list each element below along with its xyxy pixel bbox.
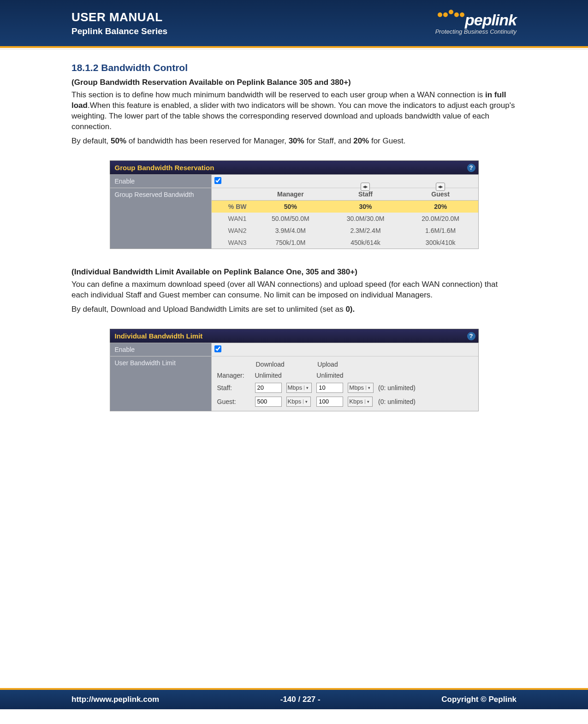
doc-footer: http://www.peplink.com -140 / 227 - Copy…: [0, 688, 588, 709]
p2f: 20%: [353, 136, 369, 145]
manager-label: Manager:: [215, 370, 252, 380]
p2g: for Guest.: [369, 136, 405, 145]
section-heading: 18.1.2 Bandwidth Control: [71, 62, 517, 73]
col-manager: Manager: [253, 188, 328, 201]
para1-a: This section is to define how much minim…: [71, 90, 485, 99]
ubl-label: User Bandwidth Limit: [110, 356, 212, 411]
chevron-down-icon: ▾: [366, 386, 372, 390]
guest-dl-unit: Kbps: [288, 398, 302, 405]
col-guest-label: Guest: [431, 190, 450, 198]
staff-label: Staff:: [215, 381, 252, 394]
para-3: You can define a maximum download speed …: [71, 279, 517, 301]
wan1-label: WAN1: [212, 213, 253, 225]
p2a: By default,: [71, 136, 111, 145]
enable-label: Enable: [110, 175, 212, 188]
col-staff-label: Staff: [358, 190, 373, 198]
doc-title: USER MANUAL: [71, 10, 167, 24]
chevron-down-icon: ▾: [303, 399, 309, 404]
wan3-staff: 450k/614k: [328, 237, 403, 249]
wan1-guest: 20.0M/20.0M: [403, 213, 478, 225]
wan2-staff: 2.3M/2.4M: [328, 225, 403, 237]
panel1-title: Group Bandwidth Reservation: [115, 164, 214, 172]
doc-header: USER MANUAL Peplink Balance Series pepli…: [0, 0, 588, 46]
unlim-note: (0: unlimited): [376, 395, 417, 408]
staff-row: Staff: Mbps▾ Mbps▾ (0: unlimited): [215, 381, 418, 394]
guest-ul-input[interactable]: [316, 397, 343, 407]
para-2: By default, 50% of bandwidth has been re…: [71, 136, 517, 147]
table-row: WAN2 3.9M/4.0M 2.3M/2.4M 1.6M/1.6M: [212, 225, 478, 237]
guest-dl-unit-select[interactable]: Kbps▾: [286, 397, 311, 407]
p2d: 30%: [289, 136, 304, 145]
chevron-down-icon: ▾: [365, 399, 371, 404]
limit-table: Download Upload Manager: Unlimited Unlim…: [214, 358, 419, 409]
group-bandwidth-panel: Group Bandwidth Reservation ? Enable Gro…: [110, 160, 479, 249]
pct-label: % BW: [212, 200, 253, 213]
group-note: (Group Bandwidth Reservation Available o…: [71, 78, 517, 87]
help-icon[interactable]: ?: [467, 332, 475, 340]
wan2-label: WAN2: [212, 225, 253, 237]
manager-dl: Unlimited: [253, 370, 314, 380]
p2c: of bandwidth has been reserved for Manag…: [126, 136, 289, 145]
p2b: 50%: [111, 136, 126, 145]
head-download: Download: [253, 359, 314, 369]
staff-ul-unit-select[interactable]: Mbps▾: [348, 383, 374, 393]
p4b: 0).: [345, 305, 355, 314]
pct-guest: 20%: [403, 200, 478, 213]
logo-text: peplink: [465, 11, 517, 29]
doc-subtitle: Peplink Balance Series: [71, 26, 167, 36]
guest-ul-unit: Kbps: [349, 398, 363, 405]
footer-url: http://www.peplink.com: [71, 695, 159, 704]
wan1-staff: 30.0M/30.0M: [328, 213, 403, 225]
col-blank: [212, 188, 253, 201]
guest-dl-input[interactable]: [255, 397, 282, 407]
wan2-guest: 1.6M/1.6M: [403, 225, 478, 237]
head-upload: Upload: [315, 359, 375, 369]
p4a: By default, Download and Upload Bandwidt…: [71, 305, 345, 314]
para-1: This section is to define how much minim…: [71, 90, 517, 132]
staff-dl-unit: Mbps: [288, 384, 303, 391]
staff-dl-unit-select[interactable]: Mbps▾: [286, 383, 312, 393]
pct-row: % BW 50% 30% 20%: [212, 200, 478, 213]
table-row: WAN1 50.0M/50.0M 30.0M/30.0M 20.0M/20.0M: [212, 213, 478, 225]
panel2-title-bar: Individual Bandwidth Limit ?: [110, 329, 479, 343]
guest-row: Guest: Kbps▾ Kbps▾ (0: unlimited): [215, 395, 418, 408]
staff-ul-unit: Mbps: [349, 384, 364, 391]
guest-label: Guest:: [215, 395, 252, 408]
p2e: for Staff, and: [304, 136, 353, 145]
col-guest: ◂▸ Guest: [403, 188, 478, 201]
staff-ul-input[interactable]: [316, 383, 343, 393]
guest-ul-unit-select[interactable]: Kbps▾: [348, 397, 373, 407]
panel1-title-bar: Group Bandwidth Reservation ?: [110, 160, 479, 174]
wan1-mgr: 50.0M/50.0M: [253, 213, 328, 225]
grb-label: Group Reserved Bandwidth: [110, 188, 212, 249]
bandwidth-table: Manager ◂▸ Staff ◂▸ Guest: [212, 188, 478, 249]
pct-staff: 30%: [328, 200, 403, 213]
enable2-label: Enable: [110, 343, 212, 356]
panel2-title: Individual Bandwidth Limit: [115, 332, 203, 340]
pct-manager: 50%: [253, 200, 328, 213]
para1-c: .When this feature is enabled, a slider …: [71, 101, 515, 131]
manager-ul: Unlimited: [315, 370, 375, 380]
enable2-checkbox[interactable]: [214, 345, 221, 352]
manager-row: Manager: Unlimited Unlimited: [215, 370, 418, 380]
table-row: WAN3 750k/1.0M 450k/614k 300k/410k: [212, 237, 478, 249]
col-staff: ◂▸ Staff: [328, 188, 403, 201]
chevron-down-icon: ▾: [304, 386, 310, 390]
wan3-mgr: 750k/1.0M: [253, 237, 328, 249]
para-4: By default, Download and Upload Bandwidt…: [71, 304, 517, 315]
help-icon[interactable]: ?: [467, 164, 475, 172]
staff-dl-input[interactable]: [255, 383, 282, 393]
wan3-label: WAN3: [212, 237, 253, 249]
header-rule-orange: [0, 46, 588, 48]
wan3-guest: 300k/410k: [403, 237, 478, 249]
slider-handle-icon[interactable]: ◂▸: [436, 183, 445, 191]
slider-handle-icon[interactable]: ◂▸: [361, 183, 370, 191]
enable-checkbox[interactable]: [214, 177, 221, 184]
logo-tagline: Protecting Business Continuity: [435, 28, 517, 35]
footer-page: -140 / 227 -: [280, 695, 321, 704]
individual-note: (Individual Bandwidth Limit Available on…: [71, 267, 517, 277]
footer-copyright: Copyright © Peplink: [441, 695, 517, 704]
individual-bandwidth-panel: Individual Bandwidth Limit ? Enable User…: [110, 329, 479, 411]
unlim-note: (0: unlimited): [376, 381, 417, 394]
logo: peplink Protecting Business Continuity: [435, 11, 517, 35]
